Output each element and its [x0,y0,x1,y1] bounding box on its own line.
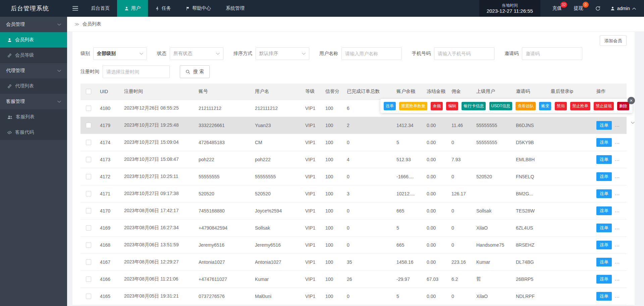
hamburger-icon[interactable] [67,0,84,17]
cell-reg_time: 2023年08月06日 12:29:27 [121,253,195,270]
more-actions-button[interactable]: ... [615,225,620,230]
cell-invite: D5KY9B [513,134,547,151]
popup-button-账变[interactable]: 账变 [539,102,551,110]
popup-button-删除[interactable]: 删除 [617,102,629,110]
breadcrumb: ≫ 会员列表 [67,17,644,32]
cell-account: 520520 [195,185,252,202]
popup-button-银行卡信息[interactable]: 银行卡信息 [462,102,486,110]
cell-actions: 连单... [593,185,627,202]
more-actions-button[interactable]: ... [615,259,620,264]
liandan-button[interactable]: 连单 [596,206,612,215]
chevron-down-icon [140,53,143,55]
popup-button-禁用[interactable]: 禁用 [555,102,567,110]
popup-button-禁止抢单[interactable]: 禁止抢单 [570,102,590,110]
nav-item-后台首页[interactable]: 后台首页 [84,0,117,17]
row-checkbox[interactable] [86,259,91,265]
liandan-button[interactable]: 连单 [596,189,612,198]
recharge-button[interactable]: 充值 32 [552,5,562,11]
cell-frozen: 0.00 [423,168,448,185]
liandan-button[interactable]: 连单 [596,121,612,130]
invite-input[interactable] [522,47,582,60]
username-input[interactable] [341,47,402,60]
top-nav: 后台首页用户任务帮助中心系统管理 [84,0,252,17]
column-header: 冻结金额 [423,83,448,100]
level-select[interactable]: 全部级别 [93,47,147,60]
admin-menu[interactable]: admin [610,6,636,11]
cell-account: +4747611027 [195,270,252,288]
nav-item-用户[interactable]: 用户 [117,0,148,17]
row-checkbox[interactable] [86,174,91,179]
cell-level: VIP1 [302,202,322,219]
liandan-button[interactable]: 连单 [596,224,612,232]
row-checkbox[interactable] [86,140,91,145]
more-actions-button[interactable]: ... [615,276,620,282]
more-actions-button[interactable]: ... [615,191,620,196]
more-actions-button[interactable]: ... [615,157,620,162]
popup-button-重置抢单数量[interactable]: 重置抢单数量 [399,102,427,110]
withdraw-button[interactable]: 提现 0 [574,5,583,11]
sidebar-item-会员管理[interactable]: 会员管理 [0,17,67,32]
cell-account: 4726485183 [195,134,252,151]
liandan-button[interactable]: 连单 [596,138,612,147]
more-actions-button[interactable]: ... [615,174,620,179]
sidebar-item-会员列表[interactable]: 会员列表 [0,32,67,48]
sidebar-item-会员等级[interactable]: 会员等级 [0,48,67,63]
layout: 会员管理会员列表会员等级代理管理代理列表客服管理客服列表客服代码 ≫ 会员列表 … [0,17,644,306]
popup-button-USDT信息[interactable]: USDT信息 [489,102,513,110]
phone-label: 手机号码 [412,51,431,57]
more-actions-button[interactable]: ... [615,293,620,299]
more-actions-button[interactable]: ... [615,242,620,247]
popup-button-禁止提现[interactable]: 禁止提现 [594,102,614,110]
row-checkbox[interactable] [86,294,91,299]
table-row: 41792023年10月27日 19:25:483332226661Yuan23… [80,117,627,134]
row-checkbox[interactable] [86,277,91,282]
liandan-button[interactable]: 连单 [596,241,612,249]
row-checkbox[interactable] [86,191,91,196]
sidebar-item-客服管理[interactable]: 客服管理 [0,94,67,109]
cell-username: CM [252,134,302,151]
sidebar-item-代理列表[interactable]: 代理列表 [0,78,67,94]
row-checkbox[interactable] [86,157,91,162]
popup-button-余额[interactable]: 余额 [431,102,443,110]
search-button[interactable]: 搜 索 [180,65,210,78]
more-actions-button[interactable]: ... [615,208,620,213]
close-icon[interactable]: × [628,97,635,104]
liandan-button[interactable]: 连单 [596,155,612,164]
row-checkbox[interactable] [86,225,91,231]
nav-item-任务[interactable]: 任务 [148,0,178,17]
popup-button-连单[interactable]: 连单 [384,102,396,110]
app-title: 后台管理系统 [0,4,67,12]
sidebar-item-客服列表[interactable]: 客服列表 [0,109,67,125]
nav-item-帮助中心[interactable]: 帮助中心 [178,0,218,17]
status-select[interactable]: 所有状态 [170,47,223,60]
row-checkbox[interactable] [86,123,91,128]
nav-item-系统管理[interactable]: 系统管理 [218,0,252,17]
row-checkbox[interactable] [86,106,91,111]
liandan-button[interactable]: 连单 [596,275,612,284]
liandan-button[interactable]: 连单 [596,292,612,301]
add-member-button[interactable]: 添加会员 [600,35,627,46]
row-checkbox[interactable] [86,208,91,213]
more-actions-button[interactable]: ... [615,122,620,128]
liandan-button[interactable]: 连单 [596,258,612,266]
phone-input[interactable] [434,47,494,60]
select-all-checkbox[interactable] [86,89,91,94]
cell-invite: BM2G... [513,185,547,202]
regtime-input[interactable] [103,65,170,78]
row-action-popup: 连单重置抢单数量余额编辑银行卡信息USDT信息查看团队账变禁用禁止抢单禁止提现删… [380,99,633,113]
row-checkbox[interactable] [86,242,91,248]
sidebar-item-客服代码[interactable]: 客服代码 [0,125,67,140]
refresh-icon[interactable] [595,6,600,11]
more-actions-button[interactable]: ... [615,139,620,145]
sort-select[interactable]: 默认排序 [256,47,309,60]
sidebar-item-代理管理[interactable]: 代理管理 [0,63,67,78]
popup-button-编辑[interactable]: 编辑 [446,102,458,110]
cell-ip [547,185,593,202]
cell-actions: 连单... [593,151,627,168]
cell-commission: 0 [448,134,473,151]
cell-actions: 连单... [593,219,627,236]
cell-credit: 100 [322,100,343,117]
popup-button-查看团队[interactable]: 查看团队 [516,102,536,110]
chevron-down-icon[interactable] [631,122,635,124]
liandan-button[interactable]: 连单 [596,172,612,181]
